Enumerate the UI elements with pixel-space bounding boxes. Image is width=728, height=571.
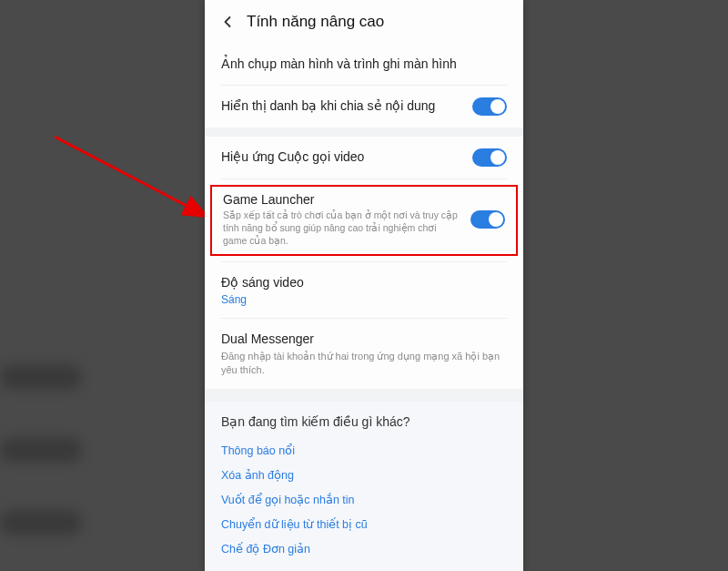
row-show-contacts-sharing[interactable]: Hiển thị danh bạ khi chia sẻ nội dung — [205, 86, 523, 127]
back-icon[interactable] — [212, 6, 243, 37]
bg-smudge — [0, 437, 82, 463]
section-gap — [205, 127, 523, 137]
row-video-call-effects[interactable]: Hiệu ứng Cuộc gọi video — [205, 137, 523, 178]
search-link-transfer-old-device[interactable]: Chuyển dữ liệu từ thiết bị cũ — [221, 512, 507, 536]
row-title: Dual Messenger — [221, 331, 507, 348]
toggle-video-call-effects[interactable] — [472, 148, 507, 167]
header: Tính năng nâng cao — [205, 0, 523, 44]
row-description: Đăng nhập tài khoản thứ hai trong ứng dụ… — [221, 350, 507, 377]
row-title: Độ sáng video — [221, 274, 507, 291]
search-link-remove-animations[interactable]: Xóa ảnh động — [221, 463, 507, 487]
row-description: Sắp xếp tất cả trò chơi của bạn ở một nơ… — [223, 209, 461, 248]
row-title: Game Launcher — [223, 192, 461, 207]
section-gap — [205, 389, 523, 402]
search-link-notification-bubble[interactable]: Thông báo nổi — [221, 438, 507, 463]
row-title: Hiển thị danh bạ khi chia sẻ nội dung — [221, 97, 463, 115]
row-game-launcher-highlighted[interactable]: Game Launcher Sắp xếp tất cả trò chơi củ… — [210, 185, 518, 257]
toggle-show-contacts-sharing[interactable] — [472, 97, 507, 116]
search-link-swipe-call-message[interactable]: Vuốt để gọi hoặc nhắn tin — [221, 487, 507, 512]
bg-smudge — [0, 364, 82, 390]
search-heading: Bạn đang tìm kiếm điều gì khác? — [221, 414, 507, 429]
row-title: Ảnh chụp màn hình và trình ghi màn hình — [221, 56, 507, 73]
phone-frame: Tính năng nâng cao Ảnh chụp màn hình và … — [205, 0, 523, 571]
row-video-brightness[interactable]: Độ sáng video Sáng — [205, 262, 523, 318]
page-title: Tính năng nâng cao — [247, 13, 384, 31]
row-dual-messenger[interactable]: Dual Messenger Đăng nhập tài khoản thứ h… — [205, 319, 523, 389]
search-other-section: Bạn đang tìm kiếm điều gì khác? Thông bá… — [205, 402, 523, 571]
bg-smudge — [0, 510, 82, 535]
row-title: Hiệu ứng Cuộc gọi video — [221, 148, 463, 166]
row-value: Sáng — [221, 293, 507, 306]
search-link-easy-mode[interactable]: Chế độ Đơn giản — [221, 536, 507, 561]
row-screenshot-recorder[interactable]: Ảnh chụp màn hình và trình ghi màn hình — [205, 44, 523, 85]
toggle-game-launcher[interactable] — [470, 210, 505, 229]
